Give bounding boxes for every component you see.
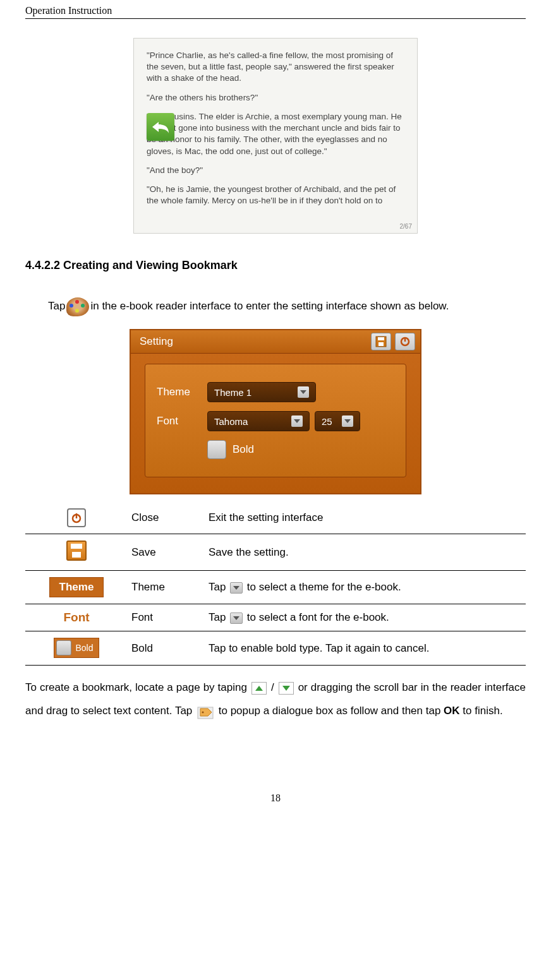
table-label: Close	[128, 502, 205, 534]
page-down-icon[interactable]	[279, 682, 294, 695]
footer-text: to finish.	[463, 705, 502, 717]
settings-titlebar: Setting	[131, 330, 420, 354]
font-chip-icon: Font	[63, 611, 89, 624]
dropdown-arrow-icon	[342, 415, 353, 427]
power-close-icon[interactable]	[395, 333, 415, 350]
reader-para-2: "Are the others his brothers?"	[147, 92, 404, 104]
footer-paragraph: To create a bookmark, locate a page by t…	[25, 676, 526, 723]
table-label: Theme	[128, 571, 205, 604]
palette-icon[interactable]	[66, 297, 89, 316]
table-row: Theme Theme Tap to select a theme for th…	[25, 571, 526, 604]
theme-dropdown[interactable]: Theme 1	[207, 382, 316, 402]
desc-text: to select a theme for the e-book.	[244, 581, 401, 593]
font-size-dropdown[interactable]: 25	[315, 411, 360, 431]
font-label: Font	[157, 415, 207, 427]
dropdown-arrow-icon	[230, 612, 243, 624]
header-divider	[25, 18, 526, 19]
svg-rect-2	[378, 342, 384, 346]
back-arrow-icon[interactable]	[147, 113, 174, 141]
page-up-icon[interactable]	[251, 682, 267, 695]
table-row: Bold Bold Tap to enable bold type. Tap i…	[25, 631, 526, 666]
bold-chip-checkbox	[56, 640, 71, 655]
svg-rect-1	[378, 337, 384, 340]
table-desc: Save the setting.	[205, 534, 526, 571]
table-row: Close Exit the setting interface	[25, 502, 526, 534]
table-desc: Tap to select a font for the e-book.	[205, 604, 526, 631]
reader-para-3: "No, cousins. The elder is Archie, a mos…	[147, 111, 404, 157]
font-dropdown-value: Tahoma	[214, 416, 248, 427]
bold-chip-text: Bold	[75, 643, 93, 653]
settings-row-bold: Bold	[207, 440, 394, 459]
ok-text: OK	[444, 705, 460, 717]
desc-text: to select a font for the e-book.	[244, 611, 389, 623]
intro-text-before: Tap	[48, 300, 65, 312]
page-header: Operation Instruction	[25, 0, 526, 18]
bold-chip-icon: Bold	[54, 638, 99, 658]
theme-chip-icon: Theme	[49, 577, 104, 597]
save-button-icon[interactable]	[371, 333, 391, 350]
intro-paragraph: Tapin the e-book reader interface to ent…	[25, 297, 526, 316]
font-size-value: 25	[322, 416, 332, 427]
svg-point-8	[202, 711, 204, 713]
footer-text: To create a bookmark, locate a page by t…	[25, 681, 250, 693]
settings-description-table: Close Exit the setting interface Save Sa…	[25, 502, 526, 666]
table-desc: Tap to select a theme for the e-book.	[205, 571, 526, 604]
table-label: Font	[128, 604, 205, 631]
theme-label: Theme	[157, 386, 207, 398]
footer-text: to popup a dialogue box as follow and th…	[219, 705, 444, 717]
bold-label: Bold	[233, 443, 254, 456]
table-label: Bold	[128, 631, 205, 666]
table-row: Save Save the setting.	[25, 534, 526, 571]
theme-dropdown-value: Theme 1	[214, 387, 251, 398]
intro-text-after: in the e-book reader interface to enter …	[90, 300, 449, 312]
reader-para-5: "Oh, he is Jamie, the youngest brother o…	[147, 184, 404, 206]
dropdown-arrow-icon	[291, 415, 303, 427]
reader-para-4: "And the boy?"	[147, 165, 404, 176]
table-desc: Exit the setting interface	[205, 502, 526, 534]
settings-row-theme: Theme Theme 1	[157, 382, 394, 402]
close-power-icon	[67, 508, 86, 527]
save-icon	[66, 541, 87, 561]
settings-row-font: Font Tahoma 25	[157, 411, 394, 431]
reader-para-1: "Prince Charlie, as he's called-a fine f…	[147, 50, 404, 85]
table-desc: Tap to enable bold type. Tap it again to…	[205, 631, 526, 666]
desc-text: Tap	[209, 581, 229, 593]
table-row: Font Font Tap to select a font for the e…	[25, 604, 526, 631]
section-heading: 4.4.2.2 Creating and Viewing Bookmark	[25, 259, 526, 272]
reader-screenshot: "Prince Charlie, as he's called-a fine f…	[133, 38, 418, 234]
desc-text: Tap	[209, 611, 229, 623]
dropdown-arrow-icon	[230, 582, 243, 594]
table-label: Save	[128, 534, 205, 571]
footer-slash: /	[271, 681, 277, 693]
settings-screenshot: Setting Theme Theme 1 Font Tahoma	[130, 329, 421, 494]
settings-title: Setting	[136, 335, 367, 348]
font-dropdown[interactable]: Tahoma	[207, 411, 310, 431]
settings-panel: Theme Theme 1 Font Tahoma 25 B	[145, 364, 406, 477]
bold-checkbox[interactable]	[207, 440, 226, 459]
dropdown-arrow-icon	[298, 386, 309, 398]
bookmark-tag-icon[interactable]	[197, 705, 214, 719]
page-number: 18	[25, 792, 526, 816]
reader-page-indicator: 2/67	[400, 222, 412, 231]
